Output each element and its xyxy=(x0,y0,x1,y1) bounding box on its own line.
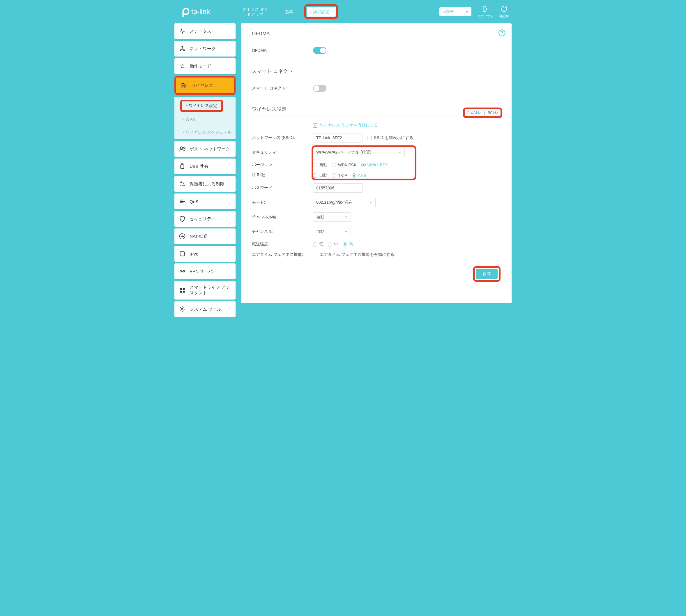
save-button[interactable]: 保存 xyxy=(476,269,498,279)
svg-point-11 xyxy=(183,270,185,272)
tab-basic[interactable]: 基本 xyxy=(280,7,298,16)
hide-ssid-checkbox[interactable]: SSID を非表示にする xyxy=(367,135,413,140)
encryption-label: 暗号化: xyxy=(252,173,313,178)
svg-point-0 xyxy=(181,46,183,48)
svg-rect-13 xyxy=(183,288,185,290)
qos-icon xyxy=(179,198,185,204)
password-input[interactable] xyxy=(313,183,363,193)
sidebar-sub-schedule[interactable]: - ワイヤレス スケジュール xyxy=(175,126,235,139)
ofdma-label: OFDMA: xyxy=(252,48,313,53)
airtime-label: エアタイム フェアネス機能: xyxy=(252,252,313,257)
sidebar-item-mode[interactable]: 動作モード xyxy=(175,58,235,74)
ofdma-toggle[interactable] xyxy=(313,47,326,54)
svg-rect-9 xyxy=(180,252,185,256)
smartconnect-toggle[interactable] xyxy=(313,85,326,92)
band-5-tab[interactable]: 5GHz xyxy=(488,110,498,115)
band-sep: | xyxy=(484,110,485,115)
power-high-radio[interactable]: 高 xyxy=(343,242,353,247)
sidebar-item-security[interactable]: セキュリティ xyxy=(175,211,235,227)
version-wpa-radio[interactable]: WPA-PSK xyxy=(332,162,357,167)
sidebar-item-status[interactable]: ステータス xyxy=(175,23,235,39)
chevron-down-icon: ▼ xyxy=(369,201,372,204)
channel-width-select[interactable]: 自動▼ xyxy=(313,213,351,222)
sidebar-item-parental[interactable]: 保護者による制限 xyxy=(175,176,235,192)
highlight-band-tabs: 2.4GHz | 5GHz xyxy=(463,108,502,118)
svg-rect-15 xyxy=(183,291,185,292)
enc-tkip-radio[interactable]: TKIP xyxy=(332,173,347,178)
vpn-icon xyxy=(179,268,185,274)
ssid-label: ネットワーク名 (SSID): xyxy=(252,135,313,140)
sidebar-item-ipv6[interactable]: IPv6 xyxy=(175,246,235,262)
version-auto-radio[interactable]: 自動 xyxy=(313,162,327,168)
mode-select[interactable]: 802.11b/g/n/ax 混在▼ xyxy=(313,198,375,207)
svg-point-8 xyxy=(183,182,184,183)
mode-icon xyxy=(179,63,185,69)
svg-rect-6 xyxy=(181,164,183,165)
language-select[interactable]: 日本語 ▼ xyxy=(439,7,472,16)
brand-logo: tp-link xyxy=(180,7,210,17)
power-low-radio[interactable]: 低 xyxy=(313,242,323,247)
enable-radio-checkbox[interactable]: ✔ ワイヤレス ラジオを有効にする xyxy=(313,123,378,128)
channel-width-label: チャンネル幅: xyxy=(252,215,313,220)
svg-point-3 xyxy=(182,87,183,88)
mode-label: モード: xyxy=(252,200,313,205)
svg-point-7 xyxy=(181,181,182,183)
smartlife-icon xyxy=(179,287,185,293)
band-24-tab[interactable]: 2.4GHz xyxy=(467,110,481,115)
airtime-checkbox[interactable]: エアタイム フェアネス機能を有効にする xyxy=(313,252,394,257)
security-select[interactable]: WPA/WPA2-パーソナル (推奨) ▼ xyxy=(313,148,405,157)
tab-advanced[interactable]: 詳細設定 xyxy=(306,7,336,17)
help-icon xyxy=(498,29,506,37)
highlight-wireless-nav: ワイヤレス xyxy=(175,76,235,95)
sidebar-submenu-wireless: - ワイヤレス設定 - WPS - ワイヤレス スケジュール xyxy=(175,97,235,139)
ipv6-icon xyxy=(179,250,185,257)
section-smart-title: スマート コネクト xyxy=(252,68,501,79)
power-mid-radio[interactable]: 中 xyxy=(328,242,338,247)
status-icon xyxy=(179,28,185,35)
sidebar-sub-wireless-settings[interactable]: - ワイヤレス設定 xyxy=(186,103,217,108)
enc-auto-radio[interactable]: 自動 xyxy=(313,173,327,178)
top-header: tp-link クイック セットアップ 基本 詳細設定 日本語 ▼ ログアウト … xyxy=(172,0,514,23)
logout-button[interactable]: ログアウト xyxy=(477,5,493,18)
wireless-icon xyxy=(181,82,187,89)
svg-point-10 xyxy=(180,270,182,272)
help-button[interactable] xyxy=(498,29,506,38)
sidebar-item-guest[interactable]: ゲスト ネットワーク xyxy=(175,141,235,157)
checkbox-icon xyxy=(313,252,317,257)
ssid-input[interactable] xyxy=(313,133,363,142)
version-wpa2-radio[interactable]: WPA2-PSK xyxy=(361,162,388,167)
chevron-down-icon: ▼ xyxy=(344,230,348,234)
sidebar-item-network[interactable]: ネットワーク xyxy=(175,41,235,57)
tab-quick-setup[interactable]: クイック セットアップ xyxy=(236,5,274,19)
sidebar: ステータス ネットワーク 動作モード ワイヤレス - ワイヤレス設定 - WPS… xyxy=(175,23,235,317)
channel-select[interactable]: 自動▼ xyxy=(313,227,351,236)
chevron-down-icon: ▼ xyxy=(344,215,348,219)
usb-icon xyxy=(179,163,185,170)
version-label: バージョン: xyxy=(252,162,313,168)
sidebar-item-wireless[interactable]: ワイヤレス xyxy=(176,78,234,93)
chevron-down-icon: ▼ xyxy=(465,10,468,14)
highlight-advanced-tab: 詳細設定 xyxy=(304,4,338,19)
svg-rect-14 xyxy=(180,291,182,292)
reboot-button[interactable]: 再起動 xyxy=(499,5,509,18)
shield-icon xyxy=(179,216,185,222)
password-label: パスワード: xyxy=(252,185,313,191)
sidebar-item-qos[interactable]: QoS xyxy=(175,194,235,209)
gear-icon xyxy=(179,306,185,312)
brand-text: tp-link xyxy=(191,7,210,16)
main-panel: OFDMA OFDMA: スマート コネクト スマート コネクト: ワイヤレス設… xyxy=(241,23,511,303)
tplink-logo-icon xyxy=(180,7,189,17)
sidebar-item-smartlife[interactable]: スマートライフ アシスタント xyxy=(175,281,235,300)
sidebar-item-usb[interactable]: USB 共有 xyxy=(175,158,235,174)
top-nav: クイック セットアップ 基本 詳細設定 xyxy=(236,4,338,19)
guest-icon xyxy=(179,146,185,152)
language-value: 日本語 xyxy=(442,9,454,14)
svg-rect-5 xyxy=(181,165,184,169)
reboot-icon xyxy=(500,5,508,13)
sidebar-item-vpn[interactable]: VPN サーバー xyxy=(175,263,235,279)
enc-aes-radio[interactable]: AES xyxy=(352,173,366,178)
sidebar-item-nat[interactable]: NAT 転送 xyxy=(175,228,235,244)
sidebar-item-system[interactable]: システム ツール xyxy=(175,301,235,317)
highlight-save: 保存 xyxy=(473,266,501,282)
sidebar-sub-wps[interactable]: - WPS xyxy=(175,113,235,126)
